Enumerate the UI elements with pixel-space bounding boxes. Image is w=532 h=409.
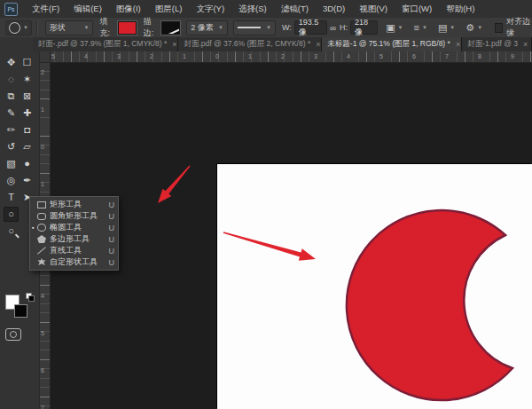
menu-item[interactable]: 图像(I) [109,0,148,18]
flyout-item-label: 自定形状工具 [50,256,106,268]
menu-item[interactable]: 滤镜(T) [274,0,316,18]
close-icon[interactable]: × [316,40,320,49]
solid-line-icon [238,27,261,28]
gradient-tool-icon: ▧ [6,159,15,169]
close-icon[interactable]: × [523,40,528,49]
ruler-number: 1 [41,181,44,187]
menu-item[interactable]: 图层(L) [148,0,190,18]
background-color-swatch[interactable] [14,304,27,318]
close-icon[interactable]: × [172,40,176,49]
pen-tool-button[interactable]: ✒ [20,173,35,188]
ellipse-shape-tool-button[interactable]: ○ [4,207,19,222]
eyedropper-tool-button[interactable]: ✎ [4,106,19,121]
magic-wand-tool-button[interactable]: ✶ [20,72,35,87]
flyout-item-rect[interactable]: 矩形工具U [30,199,118,210]
ruler-number: 2 [41,69,44,75]
close-icon[interactable]: × [456,40,460,49]
dodge-tool-icon: ◎ [7,176,16,185]
width-label: W: [282,23,292,32]
menu-item[interactable]: 3D(D) [316,0,352,18]
shortcut-key: U [109,212,115,221]
flyout-item-rounded-rect[interactable]: 圆角矩形工具U [30,210,118,222]
type-tool-button[interactable]: T [4,190,19,205]
document-tab[interactable]: 封面-.pdf @ 37.9% (图层 1, CMYK/8) *× [33,37,179,51]
ruler-number: 5 [379,53,383,59]
path-operations-button[interactable]: ▣ ▼ [384,21,404,35]
fill-color-swatch[interactable] [118,21,137,35]
tool-mode-select[interactable]: 形状 ▼ [45,20,94,35]
default-colors-icon[interactable] [26,293,34,300]
frame-tool-button[interactable]: ⊠ [20,89,35,104]
tab-label: 封面-1.pdf @ 3 [467,39,518,50]
ruler-number: 9 [511,53,514,59]
gradient-tool-button[interactable]: ▧ [4,156,19,171]
blur-tool-button[interactable]: ● [20,156,35,171]
document-tab[interactable]: 封面-1.pdf @ 3× [462,37,532,51]
menu-item[interactable]: 帮助(H) [439,0,481,18]
quick-mask-button[interactable] [5,328,21,341]
quick-mask-icon [10,331,17,338]
ellipse-tool-icon [9,22,20,34]
shape-settings-button[interactable]: ⚙ ▼ [464,21,484,35]
link-dimensions-icon[interactable]: ∞ [330,23,336,33]
healing-brush-tool-icon: ✚ [23,108,31,118]
stroke-width-value: 2 像素 [191,22,214,34]
options-bar: ▼ 形状 ▼ 填充: 描边: 2 像素 ▼ ▼ W: 193.5 像 ∞ H: … [0,18,532,38]
eyedropper-tool-icon: ✎ [7,108,15,118]
tool-preset-picker[interactable]: ▼ [5,20,32,35]
flyout-item-polygon[interactable]: 多边形工具U [30,233,118,245]
path-alignment-button[interactable]: ≡ ▼ [412,21,429,34]
menu-item[interactable]: 编辑(E) [66,0,109,18]
healing-brush-tool-button[interactable]: ✚ [20,106,35,121]
move-tool-icon: ✥ [7,58,15,67]
clone-stamp-tool-button[interactable]: ◘ [20,122,35,138]
crop-tool-button[interactable]: ⧉ [4,89,19,104]
ruler-number: 4 [84,53,88,59]
type-tool-icon: T [8,193,14,202]
stroke-label: 描边: [144,16,158,39]
dodge-tool-button[interactable]: ◎ [4,173,19,188]
ruler-number: 1 [41,106,44,113]
align-edges-label: 对齐边缘 [506,16,532,39]
shape-width-field[interactable]: 193.5 像 [294,20,327,35]
flyout-item-ellipse[interactable]: ▪椭圆工具U [30,222,118,233]
flyout-item-label: 多边形工具 [50,233,106,245]
gear-icon: ⚙ [466,22,474,34]
chevron-down-icon: ▼ [398,25,403,30]
tool-mode-value: 形状 [50,22,66,34]
menu-item[interactable]: 文件(F) [25,0,66,18]
stroke-color-swatch[interactable] [161,21,180,35]
document-tab[interactable]: 封面.pdf @ 37.6% (图层 2, CMYK/8) *× [178,37,322,51]
menu-item[interactable]: 选择(S) [231,0,274,18]
ruler-number: 0 [215,53,219,59]
zoom-tool-button[interactable]: ○ [4,224,19,239]
marquee-tool-button[interactable]: ☐ [20,55,35,70]
shape-height-field[interactable]: 218 像 [350,20,378,35]
path-arrangement-button[interactable]: ▤ ▼ [436,21,457,35]
stroke-width-select[interactable]: 2 像素 ▼ [186,20,228,35]
fill-label: 填充: [99,16,113,39]
history-brush-tool-icon: ↺ [7,142,15,152]
ruler-number: 5 [41,330,44,336]
document-tab[interactable]: 未标题-1 @ 75.1% (图层 1, RGB/8) *× [322,37,462,51]
history-brush-tool-button[interactable]: ↺ [4,139,19,154]
path-operations-icon: ▣ [386,22,395,34]
ruler-number: 7 [41,405,44,409]
rounded-rect-icon [37,213,46,220]
brush-tool-button[interactable]: ✏ [4,122,19,138]
align-edges-checkbox[interactable] [495,23,503,33]
flyout-item-line[interactable]: 直线工具U [30,245,118,256]
shortcut-key: U [109,247,115,256]
menu-item[interactable]: 窗口(W) [395,0,439,18]
menu-item[interactable]: 视图(V) [352,0,395,18]
menu-item[interactable]: 文字(Y) [189,0,231,18]
document-canvas[interactable] [217,164,532,409]
lasso-tool-button[interactable]: ◌ [4,72,19,87]
shortcut-key: U [109,224,115,232]
stroke-style-select[interactable]: ▼ [233,20,276,35]
move-tool-button[interactable]: ✥ [4,55,19,70]
flyout-item-custom-shape[interactable]: 自定形状工具U [30,256,118,268]
ruler-number: 2 [150,53,153,59]
chevron-down-icon: ▼ [23,25,28,30]
eraser-tool-button[interactable]: ▱ [20,139,35,154]
